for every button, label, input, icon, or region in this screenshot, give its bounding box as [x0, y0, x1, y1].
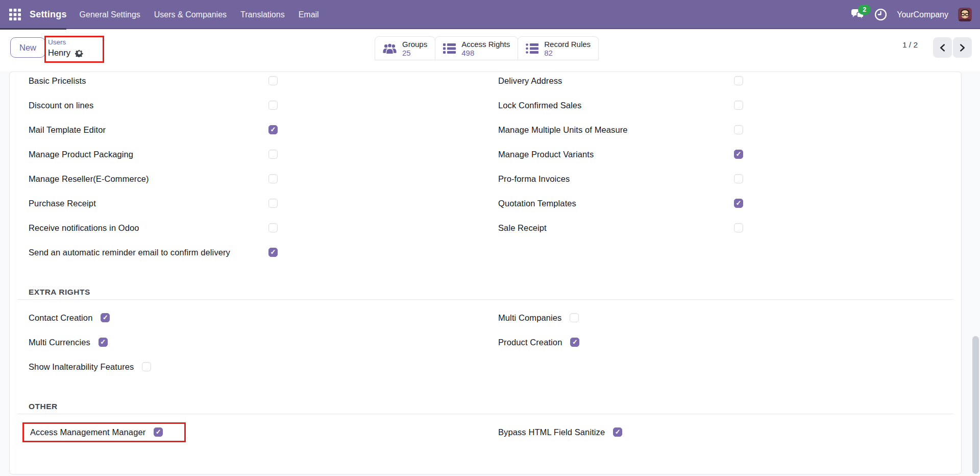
- menu-general-settings[interactable]: General Settings: [80, 10, 140, 19]
- menu-email[interactable]: Email: [299, 10, 319, 19]
- checkbox-label: Mail Template Editor: [29, 125, 268, 135]
- checkbox-label: Multi Currencies: [29, 338, 90, 347]
- checkbox-row: Receive notifications in Odoo: [10, 216, 491, 240]
- app-menu-underline: [0, 28, 66, 30]
- stat-value: 25: [402, 49, 427, 57]
- checkbox-row: Contact Creation: [10, 305, 491, 330]
- users-icon: [383, 43, 397, 54]
- message-count-badge: 2: [858, 5, 871, 15]
- checkbox[interactable]: [734, 174, 743, 183]
- checkbox[interactable]: [734, 76, 743, 85]
- navbar-divider: [0, 28, 980, 29]
- checkbox-row: Pro-forma Invoices: [491, 166, 961, 191]
- checkbox[interactable]: [101, 313, 110, 322]
- messages-button[interactable]: 2: [850, 8, 865, 21]
- other-section: Access Management Manager Bypass HTML Fi…: [10, 420, 961, 444]
- stat-label: Groups: [402, 40, 427, 49]
- checkbox-row: Multi Currencies: [10, 330, 491, 354]
- checkbox-row: Purchase Receipt: [10, 191, 491, 216]
- checkbox[interactable]: [268, 248, 278, 257]
- checkbox-label: Access Management Manager: [30, 427, 145, 437]
- checkbox-row: Manage Multiple Units of Measure: [491, 117, 961, 142]
- checkbox-label: Product Creation: [498, 338, 562, 347]
- stat-value: 498: [461, 49, 510, 57]
- checkbox[interactable]: [268, 125, 278, 134]
- checkbox[interactable]: [142, 362, 151, 371]
- checkbox-row: Access Management Manager: [10, 420, 491, 444]
- checkbox[interactable]: [734, 150, 743, 159]
- checkbox-row: Quotation Templates: [491, 191, 961, 216]
- checkbox-label: Discount on lines: [29, 101, 268, 110]
- checkbox[interactable]: [734, 199, 743, 208]
- apps-grid-icon[interactable]: [8, 8, 21, 21]
- checkbox-row: Show Inalterability Features: [10, 354, 491, 379]
- section-title-extra-rights: EXTRA RIGHTS: [29, 288, 961, 297]
- checkbox[interactable]: [734, 101, 743, 110]
- app-title[interactable]: Settings: [30, 9, 67, 20]
- checkbox-row: Sale Receipt: [491, 216, 961, 240]
- checkbox-label: Manage Product Variants: [498, 150, 734, 159]
- checkbox[interactable]: [99, 338, 108, 347]
- section-divider: [17, 414, 953, 414]
- top-navbar: Settings General Settings Users & Compan…: [0, 0, 980, 29]
- checkbox-row: Send an automatic reminder email to conf…: [10, 240, 491, 265]
- checkbox[interactable]: [268, 199, 278, 208]
- checkbox-label: Pro-forma Invoices: [498, 174, 734, 184]
- checkbox-label: Basic Pricelists: [29, 76, 268, 86]
- stat-button-record-rules[interactable]: Record Rules 82: [518, 36, 599, 60]
- chevron-left-icon: [939, 44, 946, 52]
- checkbox[interactable]: [154, 427, 163, 437]
- checkbox[interactable]: [734, 223, 743, 232]
- control-panel: New Users Henry Groups 25: [0, 29, 980, 72]
- menu-users-companies[interactable]: Users & Companies: [154, 10, 227, 19]
- checkbox[interactable]: [570, 313, 579, 322]
- pager-count: 1 / 2: [898, 40, 922, 50]
- checkbox-label: Lock Confirmed Sales: [498, 101, 734, 110]
- checkbox-row: Delivery Address: [491, 68, 961, 93]
- checkbox-label: Show Inalterability Features: [29, 362, 134, 372]
- checkbox-row: Basic Pricelists: [10, 68, 491, 93]
- checkbox-label: Quotation Templates: [498, 199, 734, 208]
- gear-icon[interactable]: [75, 49, 84, 57]
- checkbox-label: Contact Creation: [29, 313, 92, 323]
- checkbox[interactable]: [268, 76, 278, 85]
- checkbox-row: Manage Reseller(E-Commerce): [10, 166, 491, 191]
- list-dots-icon: [526, 43, 538, 54]
- checkbox-label: Send an automatic reminder email to conf…: [29, 248, 268, 257]
- form-sheet: Basic PricelistsDiscount on linesMail Te…: [9, 72, 962, 474]
- section-title-other: OTHER: [29, 402, 961, 411]
- checkbox-row: Bypass HTML Field Sanitize: [491, 420, 961, 444]
- checkbox[interactable]: [268, 174, 278, 183]
- stat-label: Access Rights: [461, 40, 510, 49]
- stat-button-group: Groups 25 Access Rights 498 Record Rul: [375, 36, 599, 60]
- checkbox-label: Multi Companies: [498, 313, 561, 323]
- checkbox-label: Manage Reseller(E-Commerce): [29, 174, 268, 184]
- stat-button-groups[interactable]: Groups 25: [375, 36, 435, 60]
- checkbox[interactable]: [268, 101, 278, 110]
- checkbox-label: Manage Product Packaging: [29, 150, 268, 159]
- checkbox[interactable]: [268, 150, 278, 159]
- checkbox-label: Sale Receipt: [498, 223, 734, 233]
- user-avatar[interactable]: [958, 8, 972, 21]
- menu-translations[interactable]: Translations: [240, 10, 285, 19]
- pager-next-button[interactable]: [953, 37, 972, 58]
- pager-previous-button[interactable]: [933, 37, 952, 58]
- breadcrumb-parent-link[interactable]: Users: [48, 38, 84, 46]
- checkbox[interactable]: [268, 223, 278, 232]
- checkbox[interactable]: [570, 338, 579, 347]
- checkbox-label: Receive notifications in Odoo: [29, 223, 268, 233]
- stat-label: Record Rules: [544, 40, 591, 49]
- stat-value: 82: [544, 49, 591, 57]
- vertical-scrollbar-thumb[interactable]: [972, 336, 979, 474]
- checkbox[interactable]: [734, 125, 743, 134]
- company-name[interactable]: YourCompany: [897, 10, 948, 19]
- list-icon: [443, 43, 456, 54]
- activity-clock-button[interactable]: [874, 8, 887, 21]
- new-button[interactable]: New: [10, 37, 45, 58]
- checkbox-row: Multi Companies: [491, 305, 961, 330]
- breadcrumb: Users Henry: [48, 38, 84, 58]
- checkbox[interactable]: [613, 427, 622, 437]
- checkbox-row: Manage Product Packaging: [10, 142, 491, 166]
- stat-button-access-rights[interactable]: Access Rights 498: [435, 36, 518, 60]
- checkbox-label: Purchase Receipt: [29, 199, 268, 208]
